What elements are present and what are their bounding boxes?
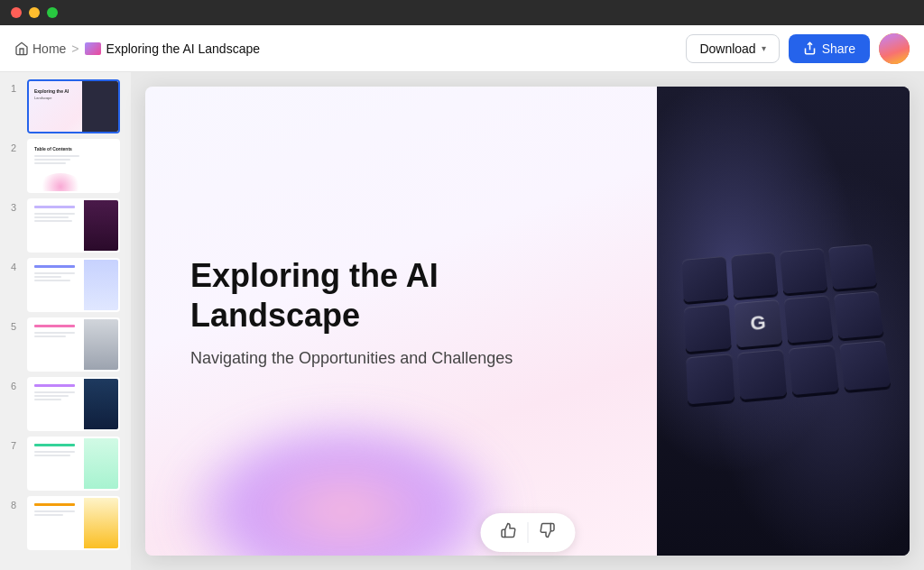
tg-image (84, 260, 118, 310)
thumb-box-7[interactable] (27, 437, 120, 491)
t1-title: Exploring the AI (34, 88, 69, 94)
slide-image-right: G (657, 87, 910, 556)
tg-line (34, 280, 70, 281)
feedback-bar (480, 513, 575, 552)
key-5 (684, 304, 732, 353)
slide-thumb-7[interactable]: 7 (11, 437, 120, 491)
slide-subtitle: Navigating the Opportunities and Challen… (190, 349, 612, 368)
thumb-box-6[interactable] (27, 377, 120, 431)
key-1 (682, 256, 728, 302)
slide-num-7: 7 (11, 440, 22, 451)
breadcrumb-current: Exploring the AI Landscape (85, 41, 260, 56)
tg-image (84, 438, 118, 489)
slide-thumb-8[interactable]: 8 (11, 496, 120, 550)
tg-image (84, 498, 118, 548)
thumb-inner-7 (29, 438, 118, 489)
thumb-box-8[interactable] (27, 496, 120, 550)
tg-bar (34, 325, 75, 327)
tg-image (84, 200, 118, 251)
key-10 (737, 349, 787, 400)
tg-line (34, 514, 63, 516)
maximize-button[interactable] (47, 7, 58, 18)
slide-blob (172, 411, 515, 556)
slide-num-4: 4 (11, 262, 22, 272)
t2-blob (38, 173, 83, 191)
minimize-button[interactable] (29, 7, 40, 18)
download-button[interactable]: Download ▾ (686, 34, 779, 63)
key-g: G (735, 299, 783, 347)
tg-line (34, 213, 75, 215)
slide-num-3: 3 (11, 202, 22, 213)
t1-image (82, 81, 118, 132)
tg-bar (34, 265, 75, 268)
key-2 (731, 252, 778, 298)
tg-bar (34, 206, 75, 208)
thumb-inner-2: Table of Contents (29, 141, 118, 191)
home-breadcrumb[interactable]: Home (14, 41, 66, 56)
thumb-box-1[interactable]: Exploring the AI Landscape (27, 79, 120, 133)
main-slide: Exploring the AI Landscape Navigating th… (145, 87, 910, 556)
tg-line (34, 332, 75, 334)
t2-lines (34, 155, 79, 164)
tg-line (34, 455, 70, 456)
thumb-inner-6 (29, 379, 118, 429)
thumb-box-3[interactable] (27, 198, 120, 253)
tg-lines (34, 510, 75, 516)
slide-thumb-4[interactable]: 4 (11, 258, 120, 312)
tg-bar (34, 444, 75, 446)
avatar[interactable] (879, 33, 910, 64)
tg-bar (34, 384, 75, 387)
tg-line (34, 395, 69, 397)
key-11 (789, 345, 839, 395)
thumbs-up-icon (500, 522, 516, 538)
t2-line (34, 155, 79, 157)
breadcrumb-separator: > (71, 41, 79, 56)
tg-lines (34, 272, 75, 281)
t2-line (34, 159, 70, 161)
key-grid: G (682, 244, 892, 405)
slide-content-left: Exploring the AI Landscape Navigating th… (145, 87, 657, 556)
thumb-box-2[interactable]: Table of Contents (27, 139, 120, 193)
slide-thumb-3[interactable]: 3 (11, 198, 120, 253)
key-8 (834, 291, 884, 339)
slide-num-1: 1 (11, 83, 22, 94)
slide-thumb-6[interactable]: 6 (11, 377, 120, 431)
slide-num-2: 2 (11, 142, 22, 153)
slide-title: Exploring the AI Landscape (190, 256, 612, 334)
presentation-title: Exploring the AI Landscape (106, 41, 260, 56)
title-bar (0, 0, 924, 25)
thumb-box-4[interactable] (27, 258, 120, 312)
slide-thumb-2[interactable]: 2 Table of Contents (11, 139, 120, 193)
thumb-inner-5 (29, 319, 118, 370)
slide-thumb-5[interactable]: 5 (11, 317, 120, 372)
thumbs-down-button[interactable] (533, 520, 560, 545)
feedback-divider (527, 522, 528, 543)
slide-num-5: 5 (11, 321, 22, 332)
slide-num-8: 8 (11, 500, 22, 510)
t2-title: Table of Contents (34, 146, 72, 152)
tg-lines (34, 332, 75, 337)
key-4 (828, 244, 877, 290)
thumbs-up-button[interactable] (494, 520, 522, 545)
thumb-inner-1: Exploring the AI Landscape (29, 81, 118, 132)
key-12 (839, 340, 891, 391)
presentation-icon (85, 42, 101, 55)
breadcrumb: Home > Exploring the AI Landscape (14, 41, 260, 56)
tg-line (34, 272, 75, 274)
slide-thumb-1[interactable]: 1 Exploring the AI Landscape (11, 79, 120, 133)
thumb-inner-3 (29, 200, 118, 251)
share-button[interactable]: Share (789, 34, 870, 63)
thumb-box-5[interactable] (27, 317, 120, 372)
home-label: Home (32, 41, 66, 56)
tg-line (34, 276, 61, 278)
tg-line (34, 399, 61, 400)
tg-line (34, 451, 75, 453)
t1-subtitle: Landscape (34, 96, 52, 100)
slide-num-6: 6 (11, 381, 22, 391)
share-label: Share (822, 41, 855, 56)
tg-line (34, 216, 69, 218)
close-button[interactable] (11, 7, 22, 18)
keyboard-visual: G (657, 87, 910, 556)
chevron-down-icon: ▾ (762, 43, 766, 53)
thumb-inner-4 (29, 260, 118, 310)
